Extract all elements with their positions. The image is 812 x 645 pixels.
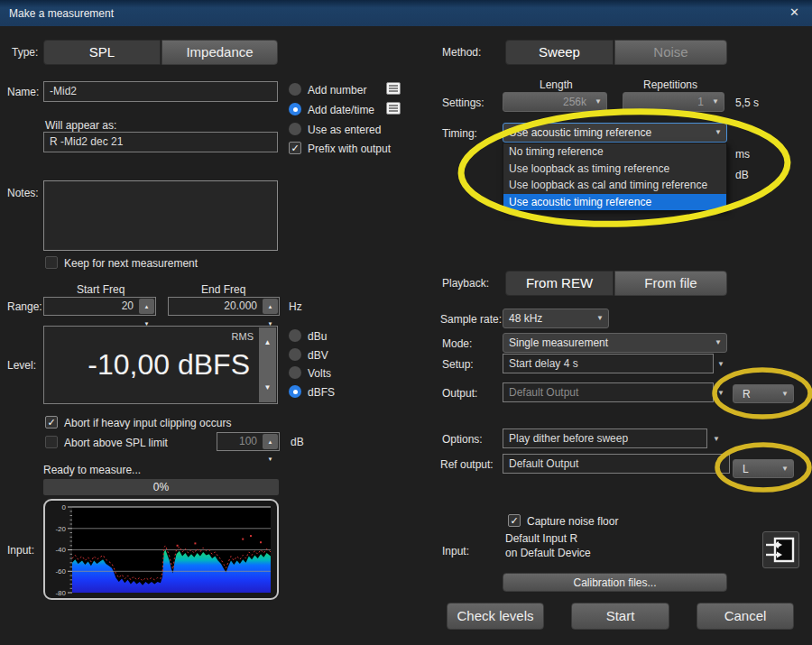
add-datetime-label: Add date/time	[308, 104, 374, 116]
number-format-icon[interactable]	[386, 82, 401, 95]
svg-text:-80: -80	[55, 589, 66, 597]
input-device-line1: Default Input R	[505, 532, 577, 545]
unit-dbfs-label: dBFS	[308, 386, 335, 399]
type-spl-button[interactable]: SPL	[43, 40, 161, 65]
end-freq-stepper[interactable]: ▲▼	[263, 299, 278, 314]
timing-option-no-reference[interactable]: No timing reference	[503, 143, 726, 161]
chevron-down-icon: ▼	[595, 98, 602, 106]
timing-option-loopback-timing[interactable]: Use loopback as timing reference	[503, 161, 726, 178]
output-field: Default Output	[503, 382, 714, 402]
output-label: Output:	[442, 387, 477, 400]
output-channel-combobox[interactable]: R▼	[733, 384, 794, 403]
chevron-down-icon: ▼	[715, 129, 722, 136]
timing-combobox[interactable]: Use acoustic timing reference▼	[503, 123, 727, 143]
type-impedance-button[interactable]: Impedance	[161, 40, 278, 65]
use-as-entered-label: Use as entered	[308, 124, 381, 136]
chevron-down-icon: ▼	[781, 391, 789, 398]
spl-limit-input[interactable]: 100 ▲▼	[217, 432, 280, 451]
level-box[interactable]: RMS -10,00 dBFS ▲▼	[43, 326, 278, 404]
will-appear-as-field: R -Mid2 dec 21	[43, 132, 278, 152]
level-stepper[interactable]: ▲▼	[259, 327, 276, 402]
step-up-icon[interactable]: ▲	[264, 338, 272, 346]
add-number-radio[interactable]	[289, 83, 301, 96]
start-freq-stepper[interactable]: ▲▼	[139, 299, 154, 314]
prefix-with-output-checkbox[interactable]: ✓	[289, 142, 301, 154]
sample-rate-label: Sample rate:	[440, 313, 502, 326]
timing-label: Timing:	[442, 127, 477, 140]
check-levels-button[interactable]: Check levels	[447, 603, 544, 630]
type-label: Type:	[12, 46, 38, 59]
step-up-icon[interactable]: ▲	[139, 299, 154, 316]
options-label: Options:	[442, 433, 483, 446]
keep-for-next-label: Keep for next measurement	[64, 257, 198, 270]
level-rms-label: RMS	[232, 331, 254, 342]
abort-spl-checkbox[interactable]	[45, 436, 58, 448]
use-as-entered-radio[interactable]	[289, 123, 301, 135]
end-freq-input[interactable]: 20.000 ▲▼	[168, 297, 280, 316]
timing-offset-unit-label: ms	[735, 148, 750, 161]
options-dropdown-icon[interactable]: ▼	[713, 435, 720, 443]
step-down-icon[interactable]: ▼	[263, 451, 278, 468]
timing-option-acoustic[interactable]: Use acoustic timing reference	[503, 194, 726, 211]
level-label: Level:	[7, 359, 36, 372]
playback-from-rew-button[interactable]: From REW	[505, 271, 614, 296]
chevron-down-icon: ▼	[715, 339, 722, 346]
chevron-down-icon: ▼	[596, 315, 604, 322]
title-bar: Make a measurement ✕	[0, 0, 812, 26]
method-sweep-button[interactable]: Sweep	[505, 40, 614, 65]
start-button[interactable]: Start	[571, 603, 669, 630]
options-field[interactable]: Play dither before sweep	[503, 428, 707, 448]
start-freq-input[interactable]: 20 ▲▼	[43, 297, 156, 316]
length-combobox[interactable]: 256k▼	[503, 92, 607, 112]
step-down-icon[interactable]: ▼	[264, 383, 272, 392]
unit-dbu-radio[interactable]	[289, 329, 301, 342]
sweep-duration-label: 5,5 s	[735, 97, 759, 109]
step-up-icon[interactable]: ▲	[263, 299, 278, 316]
input-monitor-label: Input:	[7, 544, 34, 557]
length-label: Length	[540, 78, 573, 91]
unit-volts-radio[interactable]	[289, 366, 301, 379]
settings-label: Settings:	[442, 97, 484, 109]
mode-label: Mode:	[442, 337, 472, 350]
input-routing-button[interactable]	[762, 531, 799, 568]
keep-for-next-checkbox[interactable]	[45, 256, 58, 269]
add-datetime-radio[interactable]	[289, 103, 301, 115]
ref-output-label: Ref output:	[440, 458, 494, 471]
repetitions-combobox[interactable]: 1▼	[623, 92, 724, 112]
svg-text:0: 0	[62, 503, 67, 511]
unit-dbu-label: dBu	[308, 330, 327, 343]
calibration-files-button[interactable]: Calibration files...	[503, 573, 727, 592]
capture-noise-floor-checkbox[interactable]: ✓	[508, 514, 521, 527]
abort-spl-label: Abort above SPL limit	[64, 437, 168, 449]
cancel-button[interactable]: Cancel	[697, 603, 794, 630]
dialog-title: Make a measurement	[9, 7, 114, 20]
input-device-line2: on Default Device	[505, 547, 591, 559]
chevron-down-icon: ▼	[712, 98, 719, 106]
input-routing-icon	[763, 532, 798, 567]
playback-from-file-button[interactable]: From file	[614, 271, 727, 296]
capture-noise-floor-label: Capture noise floor	[527, 515, 618, 528]
datetime-format-icon[interactable]	[386, 102, 401, 115]
setup-field[interactable]: Start delay 4 s	[503, 354, 714, 373]
abort-clipping-checkbox[interactable]: ✓	[45, 416, 58, 428]
notes-textarea[interactable]	[43, 180, 278, 251]
setup-dropdown-icon[interactable]: ▼	[717, 360, 724, 368]
svg-text:-60: -60	[55, 567, 66, 576]
step-up-icon[interactable]: ▲	[263, 434, 278, 451]
output-dropdown-icon[interactable]: ▼	[717, 389, 724, 397]
unit-dbfs-radio[interactable]	[289, 385, 301, 398]
add-number-label: Add number	[308, 84, 366, 97]
spectrum-chart: 0-20-40-60-80	[46, 502, 276, 597]
spl-limit-unit-label: dB	[291, 436, 304, 448]
mode-combobox[interactable]: Single measurement▼	[503, 333, 727, 353]
spl-limit-stepper[interactable]: ▲▼	[263, 434, 278, 449]
playback-label: Playback:	[442, 277, 489, 290]
will-appear-as-label: Will appear as:	[45, 119, 116, 132]
close-icon[interactable]: ✕	[789, 5, 799, 19]
method-noise-button[interactable]: Noise	[614, 40, 727, 65]
sample-rate-combobox[interactable]: 48 kHz▼	[503, 309, 609, 328]
timing-option-loopback-cal-timing[interactable]: Use loopback as cal and timing reference	[503, 177, 726, 194]
name-input[interactable]: -Mid2	[43, 81, 278, 102]
unit-dbv-radio[interactable]	[289, 348, 301, 361]
ref-output-channel-combobox[interactable]: L▼	[733, 459, 794, 478]
